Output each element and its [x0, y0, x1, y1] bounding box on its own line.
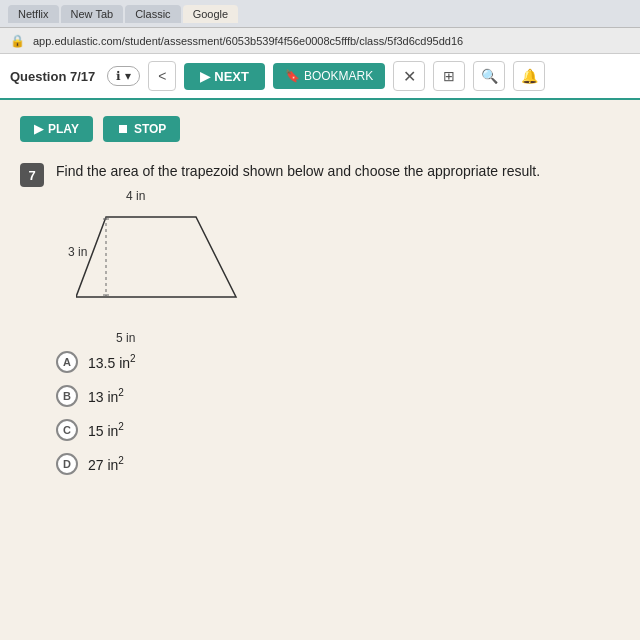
tab-google[interactable]: Google — [183, 5, 238, 23]
play-label: PLAY — [48, 122, 79, 136]
lock-icon: 🔒 — [10, 34, 25, 48]
tab-classic[interactable]: Classic — [125, 5, 180, 23]
play-button[interactable]: ▶ PLAY — [20, 116, 93, 142]
choices-list: A 13.5 in2 B 13 in2 C 15 in2 D 27 in2 — [56, 351, 620, 475]
next-arrow-icon: ▶ — [200, 69, 210, 84]
stop-button[interactable]: ⏹ STOP — [103, 116, 180, 142]
trapezoid-container: 4 in 3 in 5 in — [76, 207, 276, 327]
height-label: 3 in — [68, 245, 87, 259]
next-button[interactable]: ▶ NEXT — [184, 63, 265, 90]
question-number-badge: 7 — [20, 163, 44, 187]
info-icon: ℹ — [116, 69, 121, 83]
bell-icon: 🔔 — [521, 68, 538, 84]
prev-button[interactable]: < — [148, 61, 176, 91]
choice-d-circle: D — [56, 453, 78, 475]
choice-b-text: 13 in2 — [88, 387, 124, 405]
choice-c[interactable]: C 15 in2 — [56, 419, 620, 441]
close-icon: ✕ — [403, 67, 416, 86]
stop-icon: ⏹ — [117, 122, 129, 136]
choice-d-text: 27 in2 — [88, 455, 124, 473]
choice-b[interactable]: B 13 in2 — [56, 385, 620, 407]
search-button[interactable]: 🔍 — [473, 61, 505, 91]
bell-button[interactable]: 🔔 — [513, 61, 545, 91]
bookmark-button[interactable]: 🔖 BOOKMARK — [273, 63, 385, 89]
play-icon: ▶ — [34, 122, 43, 136]
tab-newtab[interactable]: New Tab — [61, 5, 124, 23]
info-button[interactable]: ℹ ▾ — [107, 66, 140, 86]
question-section: 7 Find the area of the trapezoid shown b… — [20, 162, 620, 187]
choice-d[interactable]: D 27 in2 — [56, 453, 620, 475]
info-chevron: ▾ — [125, 69, 131, 83]
close-button[interactable]: ✕ — [393, 61, 425, 91]
bookmark-icon: 🔖 — [285, 69, 300, 83]
address-text: app.edulastic.com/student/assessment/605… — [33, 35, 463, 47]
choice-b-circle: B — [56, 385, 78, 407]
nav-bar: Question 7/17 ℹ ▾ < ▶ NEXT 🔖 BOOKMARK ✕ … — [0, 54, 640, 100]
choice-c-text: 15 in2 — [88, 421, 124, 439]
search-icon: 🔍 — [481, 68, 498, 84]
figure-area: 4 in 3 in 5 in — [56, 207, 620, 327]
browser-tabs-bar: Netflix New Tab Classic Google — [0, 0, 640, 28]
grid-button[interactable]: ⊞ — [433, 61, 465, 91]
choice-a[interactable]: A 13.5 in2 — [56, 351, 620, 373]
choice-a-text: 13.5 in2 — [88, 353, 136, 371]
svg-marker-0 — [76, 217, 236, 297]
trapezoid-svg — [76, 207, 256, 307]
question-label: Question 7/17 — [10, 69, 95, 84]
next-label: NEXT — [214, 69, 249, 84]
bookmark-label: BOOKMARK — [304, 69, 373, 83]
question-text: Find the area of the trapezoid shown bel… — [56, 162, 540, 182]
main-content: ▶ PLAY ⏹ STOP 7 Find the area of the tra… — [0, 100, 640, 640]
choice-c-circle: C — [56, 419, 78, 441]
tab-netflix[interactable]: Netflix — [8, 5, 59, 23]
choice-a-circle: A — [56, 351, 78, 373]
playback-bar: ▶ PLAY ⏹ STOP — [20, 116, 620, 142]
bottom-label: 5 in — [116, 331, 135, 345]
stop-label: STOP — [134, 122, 166, 136]
address-bar: 🔒 app.edulastic.com/student/assessment/6… — [0, 28, 640, 54]
top-label: 4 in — [126, 189, 145, 203]
grid-icon: ⊞ — [443, 68, 455, 84]
